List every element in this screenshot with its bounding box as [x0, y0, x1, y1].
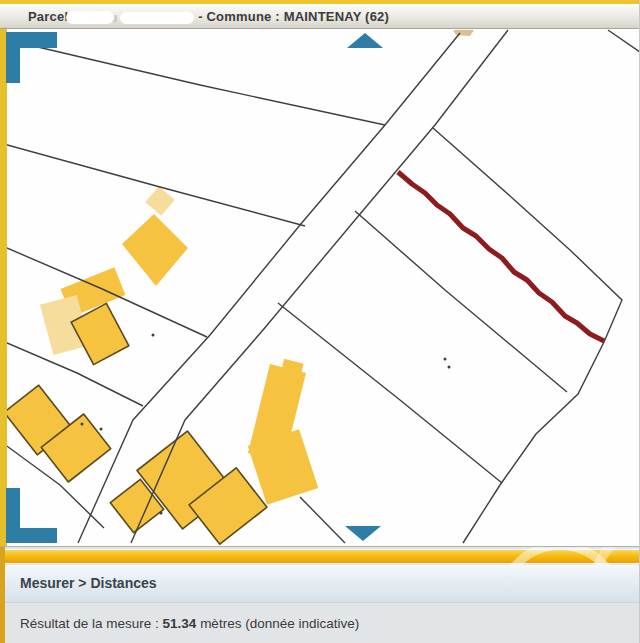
pan-down-button[interactable]: [345, 526, 381, 541]
bottom-panel: Mesurer > Distances Résultat de la mesur…: [0, 546, 640, 643]
result-value: 51.34: [163, 616, 197, 631]
gold-divider-bar: [0, 549, 640, 564]
building: [145, 186, 175, 216]
pan-up-button[interactable]: [347, 33, 383, 48]
redaction-smudge: [120, 12, 194, 24]
title-suffix: - Commune : MAINTENAY (62): [198, 9, 389, 24]
building: [122, 214, 188, 286]
breadcrumb-row: Mesurer > Distances: [0, 565, 640, 602]
parcel-line-ne-corner: [608, 30, 640, 52]
map-dot: [100, 428, 103, 431]
map-corner-top-left: [6, 32, 57, 83]
map-dot: [160, 512, 163, 515]
redaction-smudge: [66, 11, 114, 24]
title-redacted-area: eu: [80, 10, 198, 25]
result-label: Résultat de la mesure :: [20, 616, 163, 631]
parcel-line-nw-1: [25, 44, 385, 125]
measure-line: [398, 172, 604, 341]
result-unit: mètres (donnée indicative): [196, 616, 359, 631]
left-edge-strip: [0, 547, 5, 643]
parcel-line-e-1: [355, 211, 567, 392]
page-title: Parcelloeu- Commune : MAINTENAY (62): [28, 9, 389, 25]
title-bar: Parcelloeu- Commune : MAINTENAY (62): [0, 4, 640, 29]
building: [453, 30, 474, 36]
map-dot: [448, 366, 451, 369]
map-dot: [81, 423, 84, 426]
map-container: [0, 29, 640, 546]
cadastral-map[interactable]: [0, 29, 640, 546]
map-dot: [444, 358, 447, 361]
parcel-line-e-2: [278, 303, 502, 483]
parcel-line-nw-2: [0, 143, 305, 226]
measure-result-row: Résultat de la mesure : 51.34 mètres (do…: [0, 602, 640, 643]
map-corner-bottom-left: [6, 488, 57, 543]
map-dot: [152, 334, 155, 337]
parcel-line-se-3: [300, 497, 345, 543]
measure-result: Résultat de la mesure : 51.34 mètres (do…: [20, 616, 359, 631]
map-edge-strip: [0, 29, 7, 546]
breadcrumb: Mesurer > Distances: [20, 575, 157, 591]
